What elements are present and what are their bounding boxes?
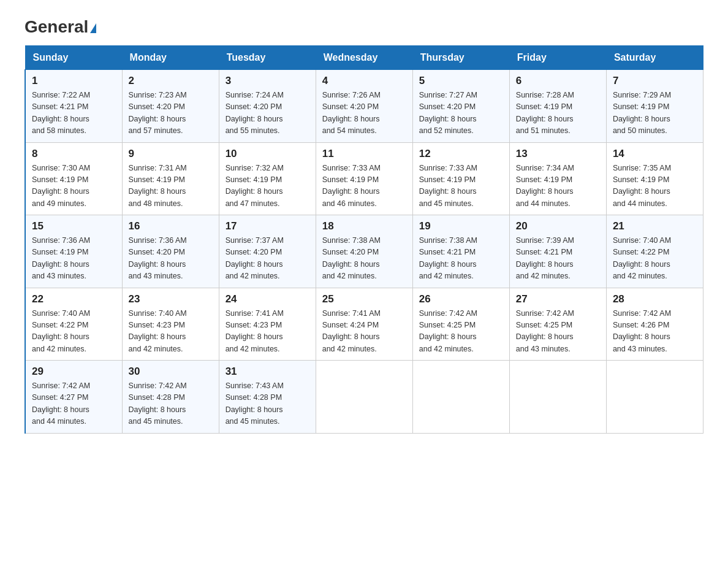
calendar-week-row: 1Sunrise: 7:22 AMSunset: 4:21 PMDaylight…	[25, 70, 703, 143]
day-number: 26	[419, 293, 503, 305]
calendar-cell: 6Sunrise: 7:28 AMSunset: 4:19 PMDaylight…	[509, 70, 606, 143]
day-info: Sunrise: 7:33 AMSunset: 4:19 PMDaylight:…	[419, 163, 503, 210]
day-number: 31	[226, 366, 309, 378]
day-number: 5	[419, 75, 503, 87]
day-number: 10	[226, 148, 309, 160]
day-info: Sunrise: 7:42 AMSunset: 4:28 PMDaylight:…	[129, 380, 213, 428]
page-header: General	[25, 18, 703, 36]
calendar-cell: 3Sunrise: 7:24 AMSunset: 4:20 PMDaylight…	[219, 70, 316, 143]
calendar-cell: 30Sunrise: 7:42 AMSunset: 4:28 PMDayligh…	[122, 361, 219, 434]
day-number: 9	[129, 148, 213, 160]
day-info: Sunrise: 7:23 AMSunset: 4:20 PMDaylight:…	[129, 90, 213, 137]
day-info: Sunrise: 7:29 AMSunset: 4:19 PMDaylight:…	[613, 90, 697, 137]
day-info: Sunrise: 7:27 AMSunset: 4:20 PMDaylight:…	[419, 90, 503, 137]
calendar-cell: 31Sunrise: 7:43 AMSunset: 4:28 PMDayligh…	[219, 361, 316, 434]
calendar-cell	[412, 361, 509, 434]
day-info: Sunrise: 7:32 AMSunset: 4:19 PMDaylight:…	[226, 163, 309, 210]
calendar-cell: 7Sunrise: 7:29 AMSunset: 4:19 PMDaylight…	[606, 70, 703, 143]
day-number: 12	[419, 148, 503, 160]
calendar-cell: 4Sunrise: 7:26 AMSunset: 4:20 PMDaylight…	[316, 70, 412, 143]
day-info: Sunrise: 7:41 AMSunset: 4:23 PMDaylight:…	[226, 308, 309, 356]
day-info: Sunrise: 7:38 AMSunset: 4:21 PMDaylight:…	[419, 235, 503, 283]
day-info: Sunrise: 7:42 AMSunset: 4:26 PMDaylight:…	[613, 308, 697, 356]
calendar-cell: 2Sunrise: 7:23 AMSunset: 4:20 PMDaylight…	[122, 70, 219, 143]
day-info: Sunrise: 7:40 AMSunset: 4:23 PMDaylight:…	[129, 308, 213, 356]
day-number: 23	[129, 293, 213, 305]
calendar-cell: 11Sunrise: 7:33 AMSunset: 4:19 PMDayligh…	[316, 142, 412, 215]
day-info: Sunrise: 7:43 AMSunset: 4:28 PMDaylight:…	[226, 380, 309, 428]
day-number: 28	[613, 293, 697, 305]
calendar-cell	[316, 361, 412, 434]
calendar-table: SundayMondayTuesdayWednesdayThursdayFrid…	[25, 45, 703, 434]
calendar-week-row: 22Sunrise: 7:40 AMSunset: 4:22 PMDayligh…	[25, 288, 703, 361]
day-info: Sunrise: 7:33 AMSunset: 4:19 PMDaylight:…	[322, 163, 406, 210]
day-info: Sunrise: 7:42 AMSunset: 4:27 PMDaylight:…	[32, 380, 116, 428]
day-info: Sunrise: 7:40 AMSunset: 4:22 PMDaylight:…	[32, 308, 116, 356]
day-info: Sunrise: 7:35 AMSunset: 4:19 PMDaylight:…	[613, 163, 697, 210]
day-info: Sunrise: 7:36 AMSunset: 4:19 PMDaylight:…	[32, 235, 116, 283]
day-info: Sunrise: 7:42 AMSunset: 4:25 PMDaylight:…	[419, 308, 503, 356]
calendar-cell: 16Sunrise: 7:36 AMSunset: 4:20 PMDayligh…	[122, 215, 219, 288]
calendar-cell: 28Sunrise: 7:42 AMSunset: 4:26 PMDayligh…	[606, 288, 703, 361]
day-number: 24	[226, 293, 309, 305]
day-info: Sunrise: 7:39 AMSunset: 4:21 PMDaylight:…	[516, 235, 600, 283]
calendar-week-row: 8Sunrise: 7:30 AMSunset: 4:19 PMDaylight…	[25, 142, 703, 215]
day-number: 27	[516, 293, 600, 305]
day-number: 4	[322, 75, 406, 87]
day-info: Sunrise: 7:24 AMSunset: 4:20 PMDaylight:…	[226, 90, 309, 137]
calendar-cell: 25Sunrise: 7:41 AMSunset: 4:24 PMDayligh…	[316, 288, 412, 361]
calendar-cell: 26Sunrise: 7:42 AMSunset: 4:25 PMDayligh…	[412, 288, 509, 361]
day-info: Sunrise: 7:30 AMSunset: 4:19 PMDaylight:…	[32, 163, 116, 210]
calendar-cell: 29Sunrise: 7:42 AMSunset: 4:27 PMDayligh…	[25, 361, 122, 434]
day-number: 3	[226, 75, 309, 87]
day-number: 8	[32, 148, 116, 160]
calendar-cell	[606, 361, 703, 434]
day-of-week-header: Sunday	[25, 46, 122, 70]
logo: General	[25, 18, 96, 36]
day-of-week-header: Wednesday	[316, 46, 412, 70]
day-of-week-header: Saturday	[606, 46, 703, 70]
day-info: Sunrise: 7:37 AMSunset: 4:20 PMDaylight:…	[226, 235, 309, 283]
calendar-cell: 13Sunrise: 7:34 AMSunset: 4:19 PMDayligh…	[509, 142, 606, 215]
day-info: Sunrise: 7:40 AMSunset: 4:22 PMDaylight:…	[613, 235, 697, 283]
day-number: 21	[613, 220, 697, 232]
day-number: 16	[129, 220, 213, 232]
calendar-cell: 23Sunrise: 7:40 AMSunset: 4:23 PMDayligh…	[122, 288, 219, 361]
day-number: 19	[419, 220, 503, 232]
day-number: 13	[516, 148, 600, 160]
day-number: 20	[516, 220, 600, 232]
calendar-header-row: SundayMondayTuesdayWednesdayThursdayFrid…	[25, 46, 703, 70]
day-number: 14	[613, 148, 697, 160]
day-number: 15	[32, 220, 116, 232]
calendar-cell: 24Sunrise: 7:41 AMSunset: 4:23 PMDayligh…	[219, 288, 316, 361]
day-number: 29	[32, 366, 116, 378]
calendar-cell: 12Sunrise: 7:33 AMSunset: 4:19 PMDayligh…	[412, 142, 509, 215]
day-number: 11	[322, 148, 406, 160]
day-info: Sunrise: 7:26 AMSunset: 4:20 PMDaylight:…	[322, 90, 406, 137]
calendar-cell: 8Sunrise: 7:30 AMSunset: 4:19 PMDaylight…	[25, 142, 122, 215]
day-of-week-header: Monday	[122, 46, 219, 70]
calendar-week-row: 15Sunrise: 7:36 AMSunset: 4:19 PMDayligh…	[25, 215, 703, 288]
day-info: Sunrise: 7:38 AMSunset: 4:20 PMDaylight:…	[322, 235, 406, 283]
calendar-cell: 10Sunrise: 7:32 AMSunset: 4:19 PMDayligh…	[219, 142, 316, 215]
day-number: 6	[516, 75, 600, 87]
calendar-cell: 27Sunrise: 7:42 AMSunset: 4:25 PMDayligh…	[509, 288, 606, 361]
day-info: Sunrise: 7:36 AMSunset: 4:20 PMDaylight:…	[129, 235, 213, 283]
day-number: 7	[613, 75, 697, 87]
logo-general: General	[25, 18, 96, 36]
calendar-cell	[509, 361, 606, 434]
day-info: Sunrise: 7:42 AMSunset: 4:25 PMDaylight:…	[516, 308, 600, 356]
calendar-cell: 18Sunrise: 7:38 AMSunset: 4:20 PMDayligh…	[316, 215, 412, 288]
calendar-cell: 19Sunrise: 7:38 AMSunset: 4:21 PMDayligh…	[412, 215, 509, 288]
day-number: 17	[226, 220, 309, 232]
day-number: 30	[129, 366, 213, 378]
day-info: Sunrise: 7:22 AMSunset: 4:21 PMDaylight:…	[32, 90, 116, 137]
day-info: Sunrise: 7:34 AMSunset: 4:19 PMDaylight:…	[516, 163, 600, 210]
day-number: 18	[322, 220, 406, 232]
calendar-cell: 21Sunrise: 7:40 AMSunset: 4:22 PMDayligh…	[606, 215, 703, 288]
calendar-week-row: 29Sunrise: 7:42 AMSunset: 4:27 PMDayligh…	[25, 361, 703, 434]
day-info: Sunrise: 7:31 AMSunset: 4:19 PMDaylight:…	[129, 163, 213, 210]
calendar-cell: 15Sunrise: 7:36 AMSunset: 4:19 PMDayligh…	[25, 215, 122, 288]
day-of-week-header: Friday	[509, 46, 606, 70]
calendar-cell: 14Sunrise: 7:35 AMSunset: 4:19 PMDayligh…	[606, 142, 703, 215]
